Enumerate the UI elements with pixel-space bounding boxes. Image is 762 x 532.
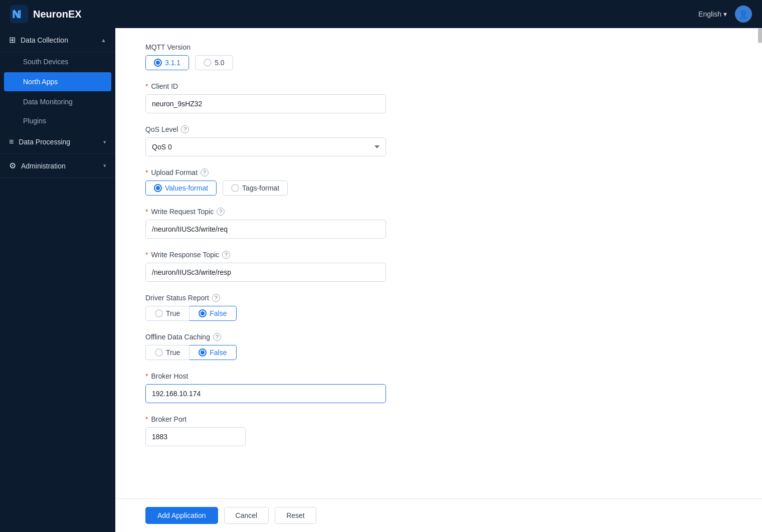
tags-format-radio-circle xyxy=(231,184,239,192)
broker-host-field: * Broker Host xyxy=(145,372,476,403)
sidebar-header-left-processing: ≡ Data Processing xyxy=(9,137,70,146)
client-id-label-text: Client ID xyxy=(151,82,178,90)
cancel-button[interactable]: Cancel xyxy=(224,507,269,524)
mqtt-version-field: MQTT Version 3.1.1 5.0 xyxy=(145,43,476,70)
mqtt-50-radio-circle xyxy=(204,59,212,67)
mqtt-version-label: MQTT Version xyxy=(145,43,476,51)
mqtt-version-label-text: MQTT Version xyxy=(145,43,190,51)
sidebar-item-plugins[interactable]: Plugins xyxy=(0,111,115,130)
sidebar: ⊞ Data Collection ▲ South Devices North … xyxy=(0,28,115,532)
tags-format-button[interactable]: Tags-format xyxy=(223,181,288,196)
sidebar-section-label-administration: Administration xyxy=(21,162,66,170)
write-request-topic-input[interactable] xyxy=(145,220,386,239)
driver-status-report-field: Driver Status Report ? True False xyxy=(145,294,476,321)
chevron-down-icon-admin: ▾ xyxy=(103,162,106,169)
qos-level-field: QoS Level ? QoS 0 QoS 1 QoS 2 xyxy=(145,125,476,156)
offline-false-radio-circle xyxy=(199,348,207,357)
broker-host-label: * Broker Host xyxy=(145,372,476,380)
sidebar-item-data-monitoring[interactable]: Data Monitoring xyxy=(0,92,115,111)
bottom-action-bar: Add Application Cancel Reset xyxy=(115,498,762,532)
qos-level-label-text: QoS Level xyxy=(145,125,178,133)
broker-port-input[interactable] xyxy=(145,427,246,446)
upload-format-required-star: * xyxy=(145,168,148,176)
sidebar-section-data-processing: ≡ Data Processing ▾ xyxy=(0,130,115,154)
sidebar-item-south-devices[interactable]: South Devices xyxy=(0,52,115,71)
sidebar-item-north-apps[interactable]: North Apps xyxy=(4,72,111,91)
write-response-topic-help-icon[interactable]: ? xyxy=(222,251,230,259)
offline-false-label: False xyxy=(210,348,227,357)
values-format-button[interactable]: Values-format xyxy=(145,181,217,196)
sidebar-section-label-data-processing: Data Processing xyxy=(19,138,70,146)
mqtt-311-label: 3.1.1 xyxy=(165,59,180,67)
data-collection-icon: ⊞ xyxy=(9,35,16,45)
broker-port-label-text: Broker Port xyxy=(151,415,186,423)
broker-host-input[interactable] xyxy=(145,384,386,403)
form-container: MQTT Version 3.1.1 5.0 * Cli xyxy=(115,28,506,518)
reset-button[interactable]: Reset xyxy=(275,507,316,524)
upload-format-help-icon[interactable]: ? xyxy=(201,168,209,176)
scrollbar-thumb[interactable] xyxy=(758,28,762,43)
svg-text:N: N xyxy=(12,8,20,21)
driver-status-true-button[interactable]: True xyxy=(145,306,189,321)
client-id-required-star: * xyxy=(145,82,148,90)
brand-icon: N xyxy=(10,5,28,23)
client-id-field: * Client ID xyxy=(145,82,476,113)
mqtt-version-50-button[interactable]: 5.0 xyxy=(195,55,233,70)
write-response-topic-label-text: Write Response Topic xyxy=(151,251,219,259)
driver-false-label: False xyxy=(210,309,227,317)
add-application-button[interactable]: Add Application xyxy=(145,507,218,524)
write-request-topic-label: * Write Request Topic ? xyxy=(145,208,476,216)
offline-data-caching-help-icon[interactable]: ? xyxy=(213,333,221,341)
sidebar-section-data-collection: ⊞ Data Collection ▲ South Devices North … xyxy=(0,28,115,130)
avatar[interactable]: 👤 xyxy=(735,6,752,23)
top-navigation: N NeuronEX English ▾ 👤 xyxy=(0,0,762,28)
offline-data-true-button[interactable]: True xyxy=(145,345,189,360)
offline-true-radio-circle xyxy=(155,348,163,357)
plugins-label: Plugins xyxy=(23,117,46,125)
sidebar-section-header-data-collection[interactable]: ⊞ Data Collection ▲ xyxy=(0,28,115,52)
upload-format-field: * Upload Format ? Values-format Tags-for… xyxy=(145,168,476,196)
qos-level-select[interactable]: QoS 0 QoS 1 QoS 2 xyxy=(145,137,386,156)
driver-status-report-radio-group: True False xyxy=(145,306,476,321)
write-response-topic-field: * Write Response Topic ? xyxy=(145,251,476,282)
language-button[interactable]: English ▾ xyxy=(698,10,727,18)
driver-true-label: True xyxy=(166,309,180,317)
broker-port-required-star: * xyxy=(145,415,148,423)
write-response-topic-input[interactable] xyxy=(145,263,386,282)
write-request-topic-required-star: * xyxy=(145,208,148,216)
driver-status-false-button[interactable]: False xyxy=(189,306,236,321)
write-request-topic-help-icon[interactable]: ? xyxy=(217,208,225,216)
sidebar-section-header-data-processing[interactable]: ≡ Data Processing ▾ xyxy=(0,130,115,154)
driver-status-report-label-text: Driver Status Report xyxy=(145,294,209,302)
write-response-topic-required-star: * xyxy=(145,251,148,259)
sidebar-header-left: ⊞ Data Collection xyxy=(9,35,68,45)
mqtt-50-label: 5.0 xyxy=(215,59,224,67)
client-id-input[interactable] xyxy=(145,94,386,113)
chevron-up-icon: ▲ xyxy=(101,37,106,43)
offline-data-caching-label-text: Offline Data Caching xyxy=(145,333,210,341)
values-format-radio-circle xyxy=(154,184,162,192)
sidebar-section-header-administration[interactable]: ⚙ Administration ▾ xyxy=(0,154,115,178)
offline-true-label: True xyxy=(166,348,180,357)
driver-status-report-help-icon[interactable]: ? xyxy=(212,294,220,302)
write-request-topic-field: * Write Request Topic ? xyxy=(145,208,476,239)
broker-port-label: * Broker Port xyxy=(145,415,476,423)
mqtt-version-311-button[interactable]: 3.1.1 xyxy=(145,55,189,70)
driver-status-report-label: Driver Status Report ? xyxy=(145,294,476,302)
brand-title: NeuronEX xyxy=(33,9,82,20)
driver-false-radio-circle xyxy=(199,309,207,317)
qos-level-label: QoS Level ? xyxy=(145,125,476,133)
upload-format-radio-group: Values-format Tags-format xyxy=(145,181,476,196)
north-apps-label: North Apps xyxy=(23,78,58,86)
mqtt-version-radio-group: 3.1.1 5.0 xyxy=(145,55,476,70)
sidebar-section-label-data-collection: Data Collection xyxy=(21,36,68,44)
top-nav-right: English ▾ 👤 xyxy=(698,6,752,23)
client-id-label: * Client ID xyxy=(145,82,476,90)
avatar-icon: 👤 xyxy=(738,10,748,19)
mqtt-311-radio-circle xyxy=(154,59,162,67)
data-processing-icon: ≡ xyxy=(9,137,14,146)
offline-data-caching-radio-group: True False xyxy=(145,345,476,360)
upload-format-label: * Upload Format ? xyxy=(145,168,476,176)
qos-help-icon[interactable]: ? xyxy=(181,125,189,133)
offline-data-false-button[interactable]: False xyxy=(189,345,236,360)
